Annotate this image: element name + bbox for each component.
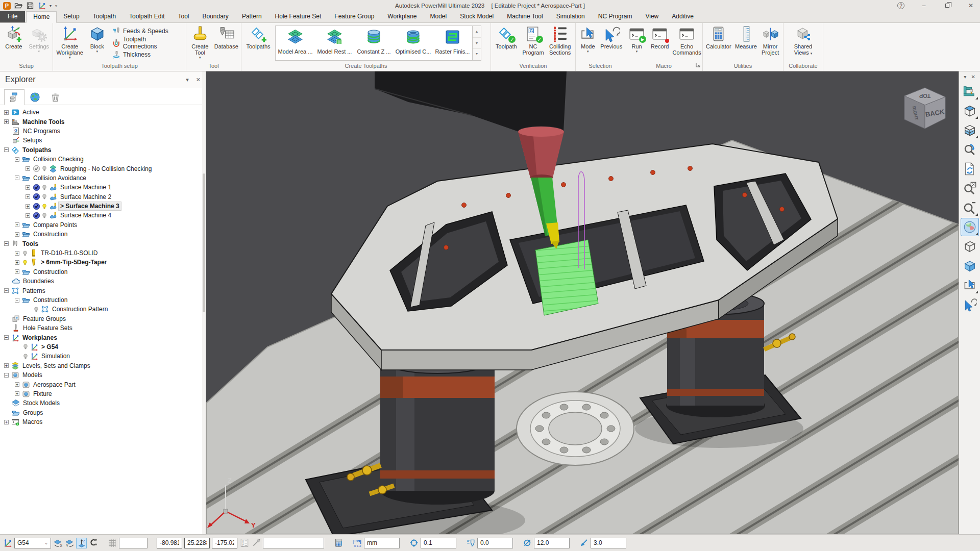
tree-item[interactable]: −Toolpaths bbox=[0, 145, 206, 155]
tree-item-label[interactable]: Patterns bbox=[21, 287, 47, 295]
tolerance-field[interactable] bbox=[421, 538, 456, 548]
solid-view-button[interactable] bbox=[961, 257, 978, 274]
expand-icon[interactable]: + bbox=[4, 110, 9, 115]
expand-icon[interactable]: + bbox=[26, 166, 30, 171]
tree-item[interactable]: +> Surface Machine 3 bbox=[0, 202, 206, 211]
expand-icon[interactable]: + bbox=[15, 222, 19, 227]
collapse-icon[interactable]: − bbox=[4, 147, 9, 152]
tree-item[interactable]: +Surface Machine 2 bbox=[0, 192, 206, 202]
restore-icon[interactable] bbox=[943, 2, 951, 10]
create-tool-button[interactable]: Create Tool ▾ bbox=[187, 24, 213, 62]
help-icon[interactable]: ? bbox=[897, 2, 904, 9]
echo-commands-button[interactable]: Echo Commands bbox=[672, 24, 701, 62]
shaded-view-button[interactable] bbox=[961, 218, 978, 236]
expand-icon[interactable]: + bbox=[26, 194, 30, 199]
expand-icon[interactable]: + bbox=[4, 363, 9, 368]
gallery-expand-icon[interactable]: ⯆ bbox=[473, 49, 481, 60]
tab-feature-group[interactable]: Feature Group bbox=[328, 11, 381, 22]
macro-record-button[interactable]: Record bbox=[647, 24, 672, 62]
tree-item-label[interactable]: Construction bbox=[32, 296, 69, 304]
expand-icon[interactable]: + bbox=[15, 251, 19, 256]
visibility-bulb-icon[interactable] bbox=[22, 343, 29, 350]
tree-item-label[interactable]: TR-D10-R1.0-SOLID bbox=[39, 249, 99, 257]
show-block-button[interactable] bbox=[961, 102, 978, 119]
visibility-bulb-icon[interactable] bbox=[22, 353, 29, 360]
probe-field[interactable] bbox=[263, 538, 324, 548]
tree-item[interactable]: +Machine Tools bbox=[0, 117, 206, 126]
tab-tool[interactable]: Tool bbox=[171, 11, 195, 22]
tree-item[interactable]: +Construction bbox=[0, 267, 206, 277]
rotate-x-icon[interactable] bbox=[53, 538, 63, 548]
tree-item[interactable]: Feature Groups bbox=[0, 314, 206, 323]
explorer-tab-recycle[interactable] bbox=[45, 89, 65, 105]
show-stock-button[interactable] bbox=[961, 121, 978, 139]
visibility-bulb-icon[interactable] bbox=[41, 212, 47, 219]
block-button[interactable]: Block ▾ bbox=[85, 24, 109, 62]
workplane-dropdown-caret[interactable]: ▾ bbox=[50, 4, 52, 8]
previous-select-button[interactable] bbox=[961, 296, 978, 313]
create-workplane-caret[interactable]: ▾ bbox=[69, 56, 71, 59]
z-axis-icon[interactable] bbox=[77, 538, 86, 548]
gallery-item[interactable]: Model Rest ... bbox=[315, 26, 354, 60]
tree-item[interactable]: > G54 bbox=[0, 342, 206, 352]
block-caret[interactable]: ▾ bbox=[96, 49, 98, 53]
tab-stock-model[interactable]: Stock Model bbox=[453, 11, 500, 22]
tree-item[interactable]: +Levels, Sets and Clamps bbox=[0, 361, 206, 370]
create-workplane-button[interactable]: Create Workplane ▾ bbox=[54, 24, 85, 62]
tree-item[interactable]: −Collision Avoidance bbox=[0, 173, 206, 183]
tree-item-label[interactable]: Machine Tools bbox=[21, 118, 66, 126]
visibility-bulb-icon[interactable] bbox=[41, 184, 47, 191]
tree-item-label[interactable]: Surface Machine 1 bbox=[59, 183, 113, 191]
tab-model[interactable]: Model bbox=[423, 11, 453, 22]
tree-item-label[interactable]: Hole Feature Sets bbox=[21, 324, 74, 332]
gallery-scroll-down-icon[interactable]: ▼ bbox=[473, 38, 481, 49]
expand-icon[interactable]: + bbox=[26, 204, 30, 209]
selection-mode-button[interactable]: Mode ▾ bbox=[577, 24, 599, 62]
tree-item-label[interactable]: Active bbox=[21, 108, 41, 116]
toolpath-computed-check-icon[interactable] bbox=[33, 184, 40, 191]
open-project-icon[interactable] bbox=[14, 2, 22, 10]
expand-icon[interactable]: + bbox=[26, 213, 30, 218]
tree-item[interactable]: −Patterns bbox=[0, 286, 206, 295]
toolpath-computed-check-icon[interactable] bbox=[33, 165, 40, 172]
create-tool-caret[interactable]: ▾ bbox=[199, 56, 201, 59]
measure-button[interactable]: Measure bbox=[733, 24, 759, 62]
tab-pattern[interactable]: Pattern bbox=[235, 11, 268, 22]
collapse-icon[interactable]: − bbox=[4, 241, 9, 246]
grid-icon[interactable] bbox=[107, 538, 117, 548]
collapse-icon[interactable]: − bbox=[4, 288, 9, 293]
view-toolbar-caret-icon[interactable]: ▾ bbox=[964, 74, 966, 80]
tree-item[interactable]: −Models bbox=[0, 370, 206, 380]
expand-icon[interactable]: + bbox=[4, 420, 9, 424]
gallery-item[interactable]: Constant Z ... bbox=[354, 26, 394, 60]
collapse-icon[interactable]: − bbox=[4, 335, 9, 340]
explorer-close-icon[interactable]: ✕ bbox=[196, 77, 201, 83]
tree-item[interactable]: +Aerospace Part bbox=[0, 380, 206, 389]
visibility-bulb-icon[interactable] bbox=[41, 165, 47, 172]
expand-icon[interactable]: + bbox=[4, 119, 9, 124]
collapse-icon[interactable]: − bbox=[4, 373, 9, 378]
diameter-field[interactable] bbox=[534, 538, 570, 548]
expand-icon[interactable]: + bbox=[15, 391, 19, 396]
tree-item-label[interactable]: > Surface Machine 3 bbox=[59, 202, 121, 210]
tree-item-label[interactable]: Fixture bbox=[32, 390, 54, 398]
workplane-quick-icon[interactable] bbox=[38, 2, 46, 10]
tab-hole-feature-set[interactable]: Hole Feature Set bbox=[268, 11, 328, 22]
tab-setup[interactable]: Setup bbox=[57, 11, 86, 22]
tree-item-label[interactable]: Compare Points bbox=[32, 221, 79, 229]
tab-workplane[interactable]: Workplane bbox=[381, 11, 423, 22]
tree-item-label[interactable]: Workplanes bbox=[21, 334, 59, 342]
tab-file[interactable]: File bbox=[0, 11, 25, 22]
expand-icon[interactable]: + bbox=[15, 232, 19, 237]
tree-item-label[interactable]: Construction bbox=[32, 268, 69, 276]
wireframe-view-button[interactable] bbox=[961, 238, 978, 255]
toolpath-connections-button[interactable]: Toolpath Connections bbox=[110, 37, 184, 48]
tree-item[interactable]: +Active bbox=[0, 108, 206, 117]
thickness-field[interactable] bbox=[477, 538, 513, 548]
tree-item[interactable]: +Surface Machine 4 bbox=[0, 211, 206, 220]
scrollbar-thumb[interactable] bbox=[203, 173, 205, 312]
zoom-to-fit-button[interactable] bbox=[961, 180, 978, 197]
visibility-bulb-icon[interactable] bbox=[41, 203, 47, 210]
tree-item[interactable]: +Surface Machine 1 bbox=[0, 183, 206, 192]
minimize-icon[interactable]: – bbox=[920, 2, 928, 10]
